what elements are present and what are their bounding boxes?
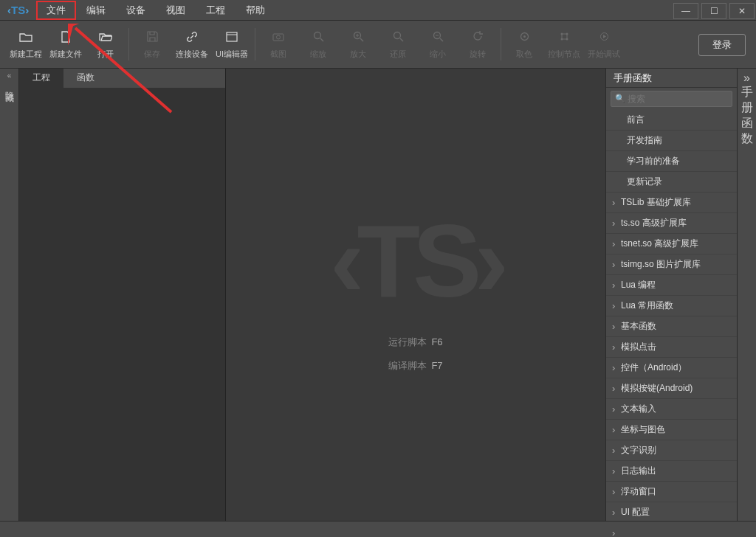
tool-shot: 截图 [258,24,298,65]
collapse-left-icon: « [0,72,18,80]
svg-line-13 [440,38,443,41]
logo-name: TS [11,4,25,16]
app-logo: ‹TS› [0,4,36,16]
ctrl-icon [557,30,571,44]
tree-item[interactable]: 文本输入 [606,399,737,420]
file-icon [58,30,73,44]
left-tab-工程[interactable]: 工程 [19,69,63,88]
tree-item[interactable]: 基本函数 [606,316,737,337]
search-icon: 🔍 [615,94,625,103]
tool-label: 打开 [97,49,114,60]
svg-point-4 [314,32,320,39]
tree-item[interactable]: Lua 编程 [606,275,737,296]
tool-label: 新建文件 [49,49,82,60]
zoom-icon [311,30,326,44]
search-input[interactable] [611,91,732,107]
tree-item[interactable]: tsimg.so 图片扩展库 [606,254,737,275]
menu-编辑[interactable]: 编辑 [76,1,116,20]
toolbar-separator [128,28,129,60]
tree-item[interactable]: 文字识别 [606,440,737,461]
zoomout-icon [430,30,445,44]
menu-帮助[interactable]: 帮助 [236,1,275,20]
tree-item[interactable]: ts.so 高级扩展库 [606,213,737,234]
close-button[interactable]: ✕ [729,3,755,19]
tree-item[interactable]: 浮动窗口 [606,482,737,502]
tool-rotate: 旋转 [458,24,498,65]
left-tab-函数[interactable]: 函数 [63,69,108,88]
open-icon [98,30,113,44]
left-panel: 工程函数 [19,69,226,521]
watermark-logo: ‹TS› [330,201,501,321]
menu-视图[interactable]: 视图 [156,1,196,20]
tool-link[interactable]: 连接设备 [172,24,212,65]
tool-label: 取色 [516,49,532,60]
tree-item[interactable]: 开发指南 [606,131,737,151]
collapse-right-label: 手册函数 [738,85,756,147]
window-controls: — ☐ ✕ [672,1,756,19]
toolbar-separator [501,28,501,60]
menu-文件[interactable]: 文件 [36,1,76,20]
ui-icon [224,30,239,44]
tool-zoom: 缩放 [298,24,338,65]
tree-item[interactable]: Lua 常用函数 [606,296,737,316]
tool-zoomout: 缩小 [418,24,458,65]
shortcut-key: F6 [431,336,442,347]
editor-area: ‹TS› 运行脚本F6编译脚本F7 [226,69,605,521]
tool-reset: 还原 [378,24,418,65]
tool-file[interactable]: 新建文件 [46,24,86,65]
manual-tree[interactable]: 前言开发指南学习前的准备更新记录TSLib 基础扩展库ts.so 高级扩展库ts… [606,110,737,521]
tool-debug: 开始调试 [584,24,624,65]
tree-item[interactable]: 前言 [606,110,737,131]
tool-label: UI编辑器 [216,49,248,60]
tree-item[interactable]: 更新记录 [606,172,737,193]
shortcuts-list: 运行脚本F6编译脚本F7 [388,325,442,383]
tool-label: 新建工程 [10,49,42,60]
tree-item[interactable]: 日志输出 [606,461,737,482]
tool-label: 还原 [390,49,406,60]
tool-ui[interactable]: UI编辑器 [212,24,252,65]
tool-zoomin: 放大 [338,24,378,65]
tree-item[interactable]: tsnet.so 高级扩展库 [606,234,737,254]
tree-item[interactable]: 坐标与图色 [606,420,737,440]
tool-pick: 取色 [504,24,544,65]
tool-open[interactable]: 打开 [86,24,126,65]
tree-item[interactable]: UI 配置 [606,502,737,521]
folder-icon [18,30,33,44]
tool-ctrl: 控制节点 [544,24,584,65]
minimize-button[interactable]: — [673,3,698,19]
titlebar: ‹TS› 文件编辑设备视图工程帮助 — ☐ ✕ [0,0,756,21]
tool-label: 缩小 [430,49,446,60]
tool-label: 连接设备 [176,49,208,60]
tree-item[interactable]: 学习前的准备 [606,151,737,172]
tool-label: 保存 [144,49,160,60]
shot-icon [271,30,286,44]
debug-icon [597,30,611,44]
menu-工程[interactable]: 工程 [196,1,236,20]
search-wrap: 🔍 [606,88,737,110]
svg-rect-0 [227,32,237,41]
left-collapse-bar[interactable]: « 隐藏 [0,69,19,521]
maximize-button[interactable]: ☐ [701,3,726,19]
tree-item[interactable]: 模拟按键(Android) [606,378,737,399]
statusbar [0,521,756,537]
tree-item[interactable]: 模拟点击 [606,337,737,358]
svg-line-7 [360,38,363,41]
right-collapse-bar[interactable]: » 手册函数 [737,69,756,521]
shortcut-text: 运行脚本 [388,336,427,347]
tool-label: 放大 [350,49,366,60]
menubar: 文件编辑设备视图工程帮助 [36,1,672,20]
pick-icon [517,30,532,44]
tool-folder[interactable]: 新建工程 [6,24,46,65]
link-icon [185,30,199,44]
svg-line-11 [400,38,403,41]
login-button[interactable]: 登录 [698,34,746,56]
svg-point-16 [523,35,526,38]
shortcut-hint: 编译脚本F7 [388,359,442,373]
toolbar-separator [255,28,255,60]
save-icon [145,30,159,44]
tree-item[interactable]: 控件（Android） [606,358,737,378]
tool-label: 控制节点 [548,49,580,60]
tree-item[interactable]: TSLib 基础扩展库 [606,193,737,213]
logo-gt: › [25,4,29,16]
menu-设备[interactable]: 设备 [116,1,156,20]
